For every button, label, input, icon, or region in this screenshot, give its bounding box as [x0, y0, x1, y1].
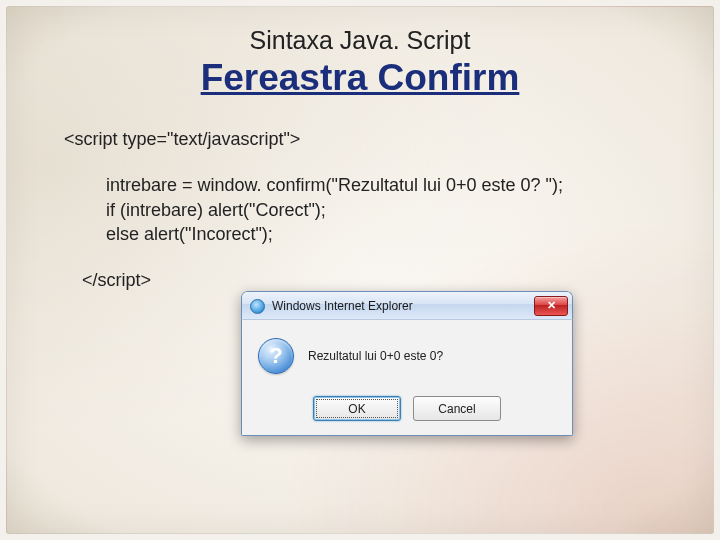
dialog-content-row: ? Rezultatul lui 0+0 este 0? [258, 338, 556, 374]
close-button[interactable]: ✕ [534, 296, 568, 316]
code-body: intrebare = window. confirm("Rezultatul … [106, 173, 686, 246]
question-icon: ? [258, 338, 294, 374]
cancel-button[interactable]: Cancel [413, 396, 501, 421]
code-block: <script type="text/javascript"> intrebar… [64, 127, 686, 292]
dialog-button-row: OK Cancel [258, 396, 556, 421]
dialog-title-text: Windows Internet Explorer [272, 299, 534, 313]
code-line-3: else alert("Incorect"); [106, 222, 686, 246]
dialog-titlebar: Windows Internet Explorer ✕ [241, 291, 573, 319]
ok-button[interactable]: OK [313, 396, 401, 421]
dialog-body: ? Rezultatul lui 0+0 este 0? OK Cancel [241, 319, 573, 436]
code-close-tag: </script> [82, 268, 686, 292]
slide: Sintaxa Java. Script Fereastra Confirm <… [6, 6, 714, 534]
ie-icon [250, 298, 266, 314]
dialog-message: Rezultatul lui 0+0 este 0? [308, 349, 443, 363]
code-line-1: intrebare = window. confirm("Rezultatul … [106, 173, 686, 197]
confirm-dialog: Windows Internet Explorer ✕ ? Rezultatul… [241, 291, 573, 436]
code-line-2: if (intrebare) alert("Corect"); [106, 198, 686, 222]
slide-title: Fereastra Confirm [34, 57, 686, 99]
slide-subtitle: Sintaxa Java. Script [34, 26, 686, 55]
code-open-tag: <script type="text/javascript"> [64, 127, 686, 151]
